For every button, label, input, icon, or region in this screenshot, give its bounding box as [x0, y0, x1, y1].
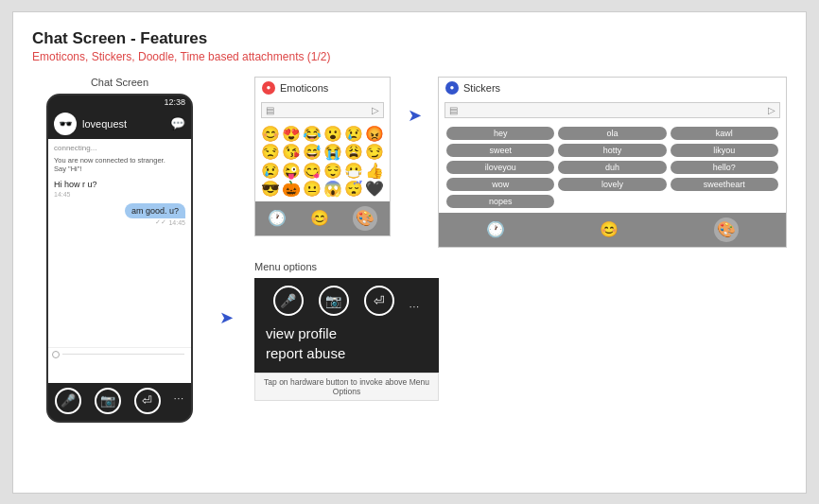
phone-screen: 🕶️ lovequest 💬 connecting... You are now… [48, 109, 191, 383]
phone-chat-name: lovequest [82, 118, 165, 130]
phone-mic-icon[interactable]: 🎤 [55, 388, 81, 414]
emoji-cell[interactable]: 😡 [365, 126, 384, 143]
emoji-cell[interactable]: 😜 [282, 163, 301, 180]
emoji-cell[interactable]: 😌 [323, 163, 342, 180]
stickers-doodle-icon[interactable]: 🎨 [714, 217, 739, 242]
emoji-cell[interactable]: 😮 [323, 126, 342, 143]
emoji-cell[interactable]: 😩 [344, 144, 363, 161]
emoticons-header-icon: ● [262, 81, 275, 95]
arrow-to-emoticons: ➤ [207, 152, 245, 483]
right-panels: ● Emoticons ▤ ▷ 😊😍😂😮😢😡😒😘😅😭😩😏😢😜😋😌😷👍😎🎃😐😱😴🖤… [245, 77, 787, 483]
emoticons-doodle-icon[interactable]: 🎨 [353, 206, 377, 231]
phone-mockup: 12:38 🕶️ lovequest 💬 connecting... You a… [46, 94, 193, 423]
emoji-cell[interactable]: 😒 [261, 144, 280, 161]
sticker-tag[interactable]: wow [446, 178, 554, 191]
menu-icons-row: 🎤 📷 ⏎ ··· [266, 286, 427, 316]
phone-scroll-dot [52, 351, 60, 358]
page-subtitle: Emoticons, Stickers, Doodle, Time based … [32, 50, 787, 63]
emoji-cell[interactable]: 😢 [261, 163, 280, 180]
phone-scroll-line [62, 354, 184, 355]
menu-camera-icon[interactable]: 📷 [319, 286, 349, 316]
stickers-panel-label: Stickers [463, 82, 500, 94]
menu-panel-wrapper: Menu options 🎤 📷 ⏎ ··· view profile repo… [254, 257, 439, 401]
emoticons-search-icon: ▤ [266, 105, 274, 115]
main-content: Chat Screen 12:38 🕶️ lovequest 💬 connect… [32, 77, 787, 483]
sticker-tag[interactable]: duh [558, 161, 666, 174]
stickers-panel: ● Stickers ▤ ▷ heyolakawlsweethottylikyo… [438, 77, 787, 248]
stickers-bottom-bar: 🕐 😊 🎨 [439, 213, 786, 247]
page-title: Chat Screen - Features [32, 29, 787, 48]
emoji-cell[interactable]: 😊 [261, 126, 280, 143]
phone-chat-body: connecting... You are now connected to s… [48, 139, 191, 347]
phone-msg-left-time: 14:45 [54, 191, 185, 198]
sticker-tag[interactable]: iloveyou [446, 161, 554, 174]
sticker-tag[interactable]: likyou [671, 144, 778, 157]
menu-footer: Tap on hardware button to invoke above M… [254, 373, 439, 401]
sticker-tag[interactable]: hey [446, 127, 554, 140]
phone-bottom-bar: 🎤 📷 ⏎ ··· [48, 383, 191, 421]
sticker-tag[interactable]: ola [558, 127, 666, 140]
emoji-cell[interactable]: 😎 [261, 181, 280, 198]
menu-return-icon[interactable]: ⏎ [364, 286, 394, 316]
phone-more-dots[interactable]: ··· [174, 393, 184, 408]
sticker-tag[interactable]: lovely [558, 178, 666, 191]
emoji-cell[interactable]: 🎃 [282, 181, 301, 198]
emoji-cell[interactable]: 😅 [303, 144, 322, 161]
emoji-cell[interactable]: 😷 [344, 163, 363, 180]
emoticons-grid: 😊😍😂😮😢😡😒😘😅😭😩😏😢😜😋😌😷👍😎🎃😐😱😴🖤 [255, 122, 390, 201]
phone-return-icon[interactable]: ⏎ [134, 388, 161, 414]
sticker-tag[interactable]: sweet [446, 144, 554, 157]
phone-camera-icon[interactable]: 📷 [95, 388, 121, 414]
stickers-grid: heyolakawlsweethottylikyouiloveyouduhhel… [439, 122, 786, 213]
sticker-tag[interactable]: sweetheart [671, 178, 778, 191]
phone-status-bar: 12:38 [48, 96, 191, 109]
menu-item-view-profile[interactable]: view profile [266, 323, 427, 343]
menu-more-dots[interactable]: ··· [410, 302, 420, 312]
sticker-tag[interactable]: kawl [671, 127, 778, 140]
emoji-cell[interactable]: 😭 [323, 144, 342, 161]
menu-panel-header: Menu options [254, 257, 439, 276]
emoticons-panel: ● Emoticons ▤ ▷ 😊😍😂😮😢😡😒😘😅😭😩😏😢😜😋😌😷👍😎🎃😐😱😴🖤… [254, 77, 391, 236]
sticker-tag[interactable]: hello? [671, 161, 778, 174]
emoji-cell[interactable]: 🖤 [365, 181, 384, 198]
phone-msg-right: am good. u? ✓✓ 14:45 [54, 203, 185, 226]
emoji-cell[interactable]: 😘 [282, 144, 301, 161]
phone-scroll-bar [48, 347, 191, 361]
emoticons-bottom-bar: 🕐 😊 🎨 [255, 201, 390, 235]
phone-msg-left: Hi how r u? [54, 180, 185, 189]
phone-chat-header: 🕶️ lovequest 💬 [48, 109, 191, 139]
emoticons-panel-header: ● Emoticons [255, 78, 390, 98]
emoticons-search-arrow: ▷ [372, 105, 379, 115]
emoticons-smiley-icon[interactable]: 😊 [310, 209, 329, 227]
emoji-cell[interactable]: 😏 [365, 144, 384, 161]
stickers-clock-icon[interactable]: 🕐 [486, 220, 505, 238]
sticker-tag[interactable]: hotty [558, 144, 666, 157]
phone-chat-icon: 💬 [170, 116, 185, 130]
phone-label: Chat Screen [91, 77, 148, 88]
stickers-search[interactable]: ▤ ▷ [444, 102, 780, 118]
phone-avatar: 🕶️ [54, 113, 77, 135]
emoticons-search[interactable]: ▤ ▷ [261, 102, 384, 118]
page-wrapper: Chat Screen - Features Emoticons, Sticke… [12, 11, 807, 494]
emoji-cell[interactable]: 😂 [303, 126, 322, 143]
emoji-cell[interactable]: 😐 [303, 181, 322, 198]
emoji-cell[interactable]: 👍 [365, 163, 384, 180]
emoticons-clock-icon[interactable]: 🕐 [268, 209, 287, 227]
stickers-search-icon: ▤ [449, 105, 458, 115]
stickers-panel-header: ● Stickers [439, 78, 786, 98]
sticker-tag[interactable]: nopes [446, 195, 554, 208]
top-panels: ● Emoticons ▤ ▷ 😊😍😂😮😢😡😒😘😅😭😩😏😢😜😋😌😷👍😎🎃😐😱😴🖤… [254, 77, 787, 248]
arrow-to-stickers: ➤ [400, 105, 428, 126]
menu-item-report-abuse[interactable]: report abuse [266, 343, 427, 363]
stickers-search-arrow: ▷ [768, 105, 775, 115]
emoji-cell[interactable]: 😴 [344, 181, 363, 198]
emoji-cell[interactable]: 😋 [303, 163, 322, 180]
phone-system-msg: You are now connected to stranger.Say "H… [54, 156, 185, 175]
emoji-cell[interactable]: 😍 [282, 126, 301, 143]
stickers-smiley-icon[interactable]: 😊 [600, 220, 619, 238]
stickers-header-icon: ● [445, 81, 459, 95]
emoji-cell[interactable]: 😱 [323, 181, 342, 198]
phone-bubble-time: ✓✓ 14:45 [155, 218, 185, 226]
emoji-cell[interactable]: 😢 [344, 126, 363, 143]
menu-mic-icon[interactable]: 🎤 [273, 286, 304, 316]
